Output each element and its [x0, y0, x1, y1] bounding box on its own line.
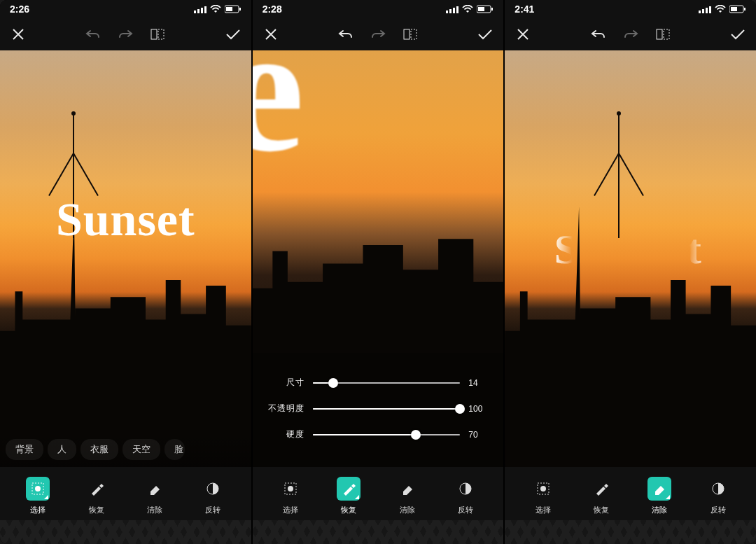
slider-track[interactable]: [313, 382, 461, 384]
slider-opacity[interactable]: 不透明度 100: [267, 403, 490, 414]
canvas-area[interactable]: se 尺寸 14 不透明度 100 硬度 70: [253, 50, 504, 467]
tool-invert[interactable]: 反转: [192, 477, 233, 515]
triptych-root: 2:26 Sunset: [0, 0, 756, 544]
tool-restore[interactable]: 恢复: [76, 477, 117, 515]
tool-select[interactable]: 选择: [523, 477, 564, 515]
slider-label: 尺寸: [267, 377, 304, 389]
chip-face[interactable]: 脸: [164, 439, 185, 460]
close-button[interactable]: [10, 26, 27, 43]
select-icon: [536, 482, 550, 496]
tool-label: 恢复: [594, 505, 609, 515]
svg-rect-17: [478, 7, 484, 11]
redo-icon: [370, 29, 386, 40]
slider-size[interactable]: 尺寸 14: [267, 377, 490, 389]
status-bar: 2:41: [505, 0, 756, 18]
compare-button[interactable]: [149, 26, 166, 43]
status-bar: 2:28: [253, 0, 504, 18]
redo-button[interactable]: [117, 26, 134, 43]
pattern-strip: [505, 520, 756, 544]
tool-select[interactable]: 选择: [18, 477, 58, 515]
slider-hardness[interactable]: 硬度 70: [267, 428, 490, 440]
battery-icon: [729, 5, 746, 13]
confirm-button[interactable]: [729, 26, 746, 43]
check-icon: [477, 29, 493, 40]
compare-button[interactable]: [654, 26, 671, 43]
status-time: 2:28: [262, 4, 282, 15]
screen-1: 2:26 Sunset: [0, 0, 251, 544]
redo-button[interactable]: [370, 26, 386, 43]
confirm-button[interactable]: [225, 26, 241, 43]
svg-point-34: [540, 486, 546, 491]
svg-rect-27: [709, 6, 711, 13]
wifi-icon: [462, 5, 473, 13]
chip-sky[interactable]: 天空: [122, 439, 160, 460]
brush-icon: [342, 482, 356, 496]
undo-icon: [85, 29, 101, 40]
svg-rect-7: [151, 29, 157, 39]
svg-rect-8: [158, 29, 164, 39]
screen-2: 2:28 se 尺寸 14: [253, 0, 504, 544]
tool-select[interactable]: 选择: [270, 477, 311, 515]
brush-icon: [594, 482, 608, 496]
pattern-strip: [0, 520, 251, 544]
chip-background[interactable]: 背景: [6, 439, 43, 460]
slider-value: 70: [468, 430, 489, 440]
tool-row: 选择 恢复 清除 反转: [0, 467, 251, 520]
tool-erase[interactable]: 清除: [134, 477, 175, 515]
redo-icon: [118, 29, 133, 40]
check-icon: [730, 29, 746, 40]
invert-icon: [711, 482, 725, 496]
svg-rect-32: [664, 29, 669, 39]
close-icon: [12, 28, 24, 41]
status-indicators: [699, 5, 746, 13]
svg-point-22: [288, 486, 293, 491]
battery-icon: [477, 5, 493, 13]
svg-rect-19: [404, 29, 410, 39]
tool-label: 反转: [458, 505, 473, 515]
chip-person[interactable]: 人: [48, 439, 76, 460]
slider-track[interactable]: [313, 434, 461, 435]
brush-slider-panel: 尺寸 14 不透明度 100 硬度 70: [253, 353, 504, 467]
undo-button[interactable]: [590, 26, 607, 43]
svg-rect-5: [226, 7, 232, 11]
chip-clothes[interactable]: 衣服: [80, 439, 118, 460]
tool-label: 恢复: [341, 505, 356, 515]
svg-rect-14: [453, 8, 455, 13]
compare-icon: [150, 28, 164, 41]
tool-label: 反转: [205, 505, 220, 515]
compare-icon: [656, 28, 670, 41]
compare-button[interactable]: [402, 26, 419, 43]
tool-restore[interactable]: 恢复: [581, 477, 622, 515]
tool-invert[interactable]: 反转: [445, 477, 486, 515]
screen-3: 2:41 Sunset 选择: [505, 0, 756, 544]
status-time: 2:26: [10, 4, 29, 15]
svg-rect-2: [201, 8, 203, 13]
svg-rect-31: [657, 29, 662, 39]
close-icon: [265, 28, 277, 41]
wifi-icon: [715, 5, 726, 13]
tool-label: 清除: [147, 505, 162, 515]
redo-button[interactable]: [622, 26, 639, 43]
tool-label: 选择: [536, 505, 551, 515]
svg-rect-1: [197, 9, 200, 13]
tool-restore[interactable]: 恢复: [328, 477, 369, 515]
pattern-strip: [253, 520, 504, 544]
canvas-area[interactable]: Sunset 背景 人 衣服 天空 脸: [0, 50, 251, 467]
svg-rect-13: [449, 9, 451, 13]
slider-track[interactable]: [313, 408, 461, 410]
check-icon: [225, 29, 241, 40]
svg-rect-20: [411, 29, 416, 39]
svg-rect-25: [702, 9, 704, 13]
close-button[interactable]: [514, 26, 531, 43]
confirm-button[interactable]: [477, 26, 493, 43]
close-button[interactable]: [262, 26, 279, 43]
tool-erase[interactable]: 清除: [387, 477, 428, 515]
tool-invert[interactable]: 反转: [698, 477, 738, 515]
undo-button[interactable]: [85, 26, 102, 43]
tool-label: 恢复: [89, 505, 104, 515]
canvas-area[interactable]: Sunset: [505, 50, 756, 467]
tool-erase[interactable]: 清除: [639, 477, 680, 515]
tool-label: 反转: [710, 505, 726, 515]
undo-button[interactable]: [337, 26, 354, 43]
slider-label: 不透明度: [267, 403, 304, 414]
